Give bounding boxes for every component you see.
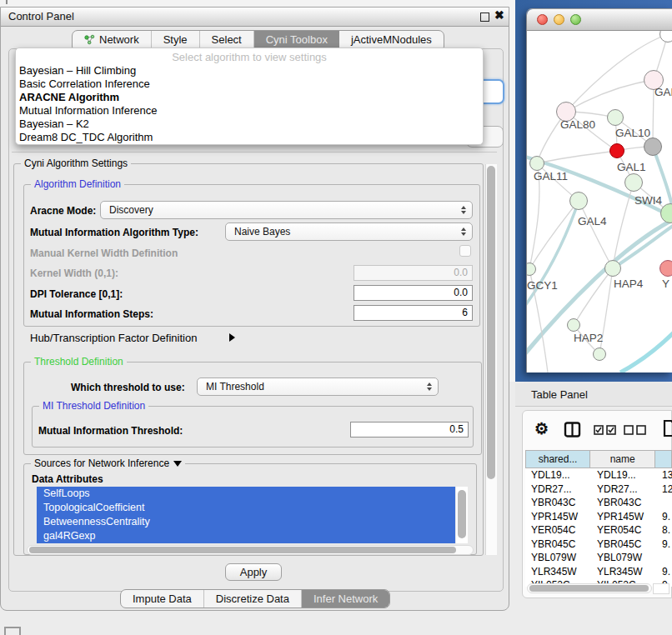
cell: YPR145W [597,511,644,522]
control-panel-titlebar [1,8,509,27]
node-label-gal10: GAL10 [615,127,650,139]
table-row[interactable]: YBR045CYBR045C9. [525,538,672,552]
algorithm-item-bayesian-k2[interactable]: Bayesian – K2 [16,118,483,131]
network-window-titlebar[interactable] [527,9,672,31]
table-row[interactable]: YER054CYER054C8. [525,523,672,538]
float-window-icon[interactable] [480,12,489,22]
close-icon[interactable]: ✖ [494,8,504,22]
top-strip [0,0,509,7]
mi-threshold-field[interactable]: 0.5 [350,422,469,438]
algorithm-item-bayesian-hill-climbing[interactable]: Bayesian – Hill Climbing [16,64,483,78]
aracne-mode-label: Aracne Mode: [30,205,96,217]
tab-infer-network[interactable]: Infer Network [302,590,389,608]
cell: YBL079W [531,552,576,563]
tab-jactivemnodules[interactable]: jActiveMNodules [339,31,444,48]
minimize-traffic-light-icon[interactable] [554,14,564,25]
tab-cyni-toolbox[interactable]: Cyni Toolbox [254,31,339,48]
node-hap4[interactable] [604,260,621,277]
mi-threshold-label: Mutual Information Threshold: [38,425,183,437]
cell: 9. [662,566,670,578]
tab-network[interactable]: Network [73,31,152,48]
manual-kernel-label: Manual Kernel Width Definition [30,248,178,259]
node-label-gal4: GAL4 [578,215,607,228]
node-swi4[interactable] [624,173,643,192]
node-label-gal1: GAL1 [617,161,646,173]
tab-label: Discretize Data [216,592,289,605]
tab-style[interactable]: Style [152,31,200,48]
cell: YBL079W [597,552,642,563]
sources-title-text: Sources for Network Inference [34,458,169,469]
combo-stepper-icon [461,202,466,218]
attribute-item-selfloops[interactable]: SelfLoops [37,487,455,501]
manual-kernel-checkbox[interactable] [459,245,471,257]
algorithm-item-dream8-dc-tdc-algorithm[interactable]: Dream8 DC_TDC Algorithm [16,131,483,144]
node-gray[interactable] [644,138,662,156]
node-gal1[interactable] [609,143,624,158]
deselect-all-columns-icon[interactable] [624,425,646,435]
table-row[interactable]: YBL079WYBL079W [525,551,672,565]
node-label-hap4: HAP4 [614,278,643,290]
gear-icon[interactable]: ⚙ [534,419,549,438]
sources-hscrollbar-thumb[interactable] [29,547,456,553]
which-threshold-label: Which threshold to use: [71,382,185,393]
data-attributes-list[interactable]: SelfLoopsTopologicalCoefficientBetweenne… [37,487,455,543]
network-view-window: GALGAL80GAL10GAL1GAL11SWI4GAL4GCY1HAP4YH… [526,8,672,372]
docked-panel-button[interactable] [4,627,21,635]
table-row[interactable]: YDL19...YDL19...13 [525,468,672,482]
tab-select[interactable]: Select [200,31,254,48]
settings-scrollbar-thumb[interactable] [487,166,495,479]
kernel-width-label: Kernel Width (0,1): [30,268,118,279]
node-hap2[interactable] [567,318,580,332]
tab-discretize-data[interactable]: Discretize Data [204,590,302,608]
mi-algo-type-select[interactable]: Naive Bayes [225,222,473,241]
table-hscrollbar-thumb[interactable] [529,585,649,592]
expand-triangle-icon[interactable] [229,333,235,342]
algorithm-item-basic-correlation-inference[interactable]: Basic Correlation Inference [16,78,483,91]
hub-definition-expander[interactable]: Hub/Transcription Factor Definition [30,332,197,344]
tab-impute-data[interactable]: Impute Data [121,590,204,608]
control-panel-tabs: NetworkStyleSelectCyni ToolboxjActiveMNo… [72,30,444,49]
algorithm-item-aracne-algorithm[interactable]: ARACNE Algorithm [16,91,483,104]
tab-label: Style [163,33,188,46]
node-label-gal: GAL [654,86,672,98]
cyni-mode-tabs: Impute DataDiscretize DataInfer Network [120,589,390,608]
kernel-width-field[interactable]: 0.0 [354,265,473,281]
node-gal4[interactable] [569,192,588,210]
zoom-traffic-light-icon[interactable] [570,14,581,25]
tab-label: Network [99,33,139,46]
node-gal10[interactable] [607,109,624,126]
close-traffic-light-icon[interactable] [537,14,548,25]
attribute-item-gal4rgexp[interactable]: gal4RGexp [37,529,455,543]
column-header-name[interactable]: name [590,450,655,468]
which-threshold-select[interactable]: MI Threshold [197,378,439,396]
table-row[interactable]: YLR345WYLR345W9. [525,565,672,579]
attributes-scrollbar-thumb[interactable] [458,490,466,538]
tab-label: jActiveMNodules [351,33,432,46]
collapse-triangle-icon[interactable] [173,461,182,467]
sources-title[interactable]: Sources for Network Inference [31,458,185,469]
node-salmon[interactable] [659,260,672,277]
cell: 12 [662,483,672,495]
node-bottom[interactable] [593,348,606,361]
table-row[interactable]: YBR043CYBR043C [525,496,672,510]
cell: YLR345W [531,566,577,578]
column-header-cut[interactable] [655,450,672,468]
column-header-shared[interactable]: shared... [525,450,590,468]
aracne-mode-select[interactable]: Discovery [100,201,473,219]
table-row[interactable]: YPR145WYPR145W9. [525,510,672,524]
mi-steps-field[interactable]: 6 [354,305,473,321]
network-canvas[interactable]: GALGAL80GAL10GAL1GAL11SWI4GAL4GCY1HAP4YH… [527,31,672,372]
apply-button[interactable]: Apply [225,563,282,581]
split-columns-icon[interactable] [564,421,581,438]
table-row[interactable]: YDR27...YDR27...12 [525,482,672,497]
export-table-icon[interactable] [663,419,672,438]
cell: YBR045C [531,538,575,550]
attribute-item-topologicalcoefficient[interactable]: TopologicalCoefficient [37,501,455,515]
dpi-tolerance-field[interactable]: 0.0 [354,285,473,301]
select-all-columns-icon[interactable] [594,425,616,435]
algorithm-item-mutual-information-inference[interactable]: Mutual Information Inference [16,104,483,118]
cell: YBR045C [597,538,641,550]
node-gal11[interactable] [529,156,544,171]
threshold-definition-title: Threshold Definition [31,356,127,368]
attribute-item-betweennesscentrality[interactable]: BetweennessCentrality [37,515,455,529]
